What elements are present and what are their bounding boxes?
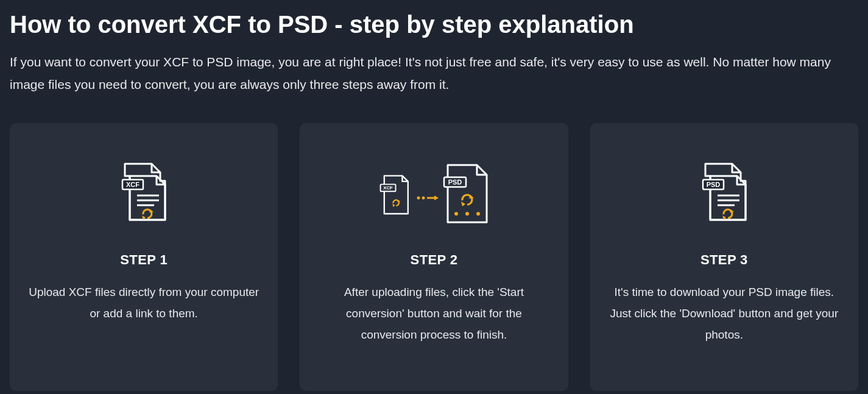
page-title: How to convert XCF to PSD - step by step… <box>10 10 858 39</box>
svg-text:PSD: PSD <box>448 178 462 186</box>
intro-paragraph: If you want to convert your XCF to PSD i… <box>10 51 850 96</box>
svg-point-21 <box>476 212 480 216</box>
step-3-file-icon: PSD <box>607 157 841 230</box>
step-card-2: XCF <box>300 123 568 391</box>
step-1-description: Upload XCF files directly from your comp… <box>27 281 261 324</box>
svg-point-19 <box>454 212 458 216</box>
step-2-description: After uploading files, click the 'Start … <box>317 281 551 345</box>
svg-point-11 <box>417 196 420 199</box>
step-3-title: STEP 3 <box>607 252 841 268</box>
svg-marker-9 <box>393 203 396 206</box>
step-card-1: XCF STEP 1 Upload XCF files directly fro… <box>10 123 278 391</box>
step-2-convert-icon: XCF <box>317 157 551 230</box>
svg-marker-17 <box>461 202 465 206</box>
step-1-file-icon: XCF <box>27 157 261 230</box>
svg-text:XCF: XCF <box>126 181 139 188</box>
svg-point-20 <box>465 212 469 216</box>
step-1-title: STEP 1 <box>27 252 261 268</box>
svg-point-12 <box>422 196 425 199</box>
svg-text:XCF: XCF <box>384 185 393 191</box>
step-2-title: STEP 2 <box>317 252 551 268</box>
svg-marker-14 <box>434 195 439 200</box>
steps-row: XCF STEP 1 Upload XCF files directly fro… <box>10 123 858 391</box>
svg-text:PSD: PSD <box>707 181 721 188</box>
step-card-3: PSD STEP 3 It's time to download your PS… <box>590 123 858 391</box>
step-3-description: It's time to download your PSD image fil… <box>607 281 841 345</box>
